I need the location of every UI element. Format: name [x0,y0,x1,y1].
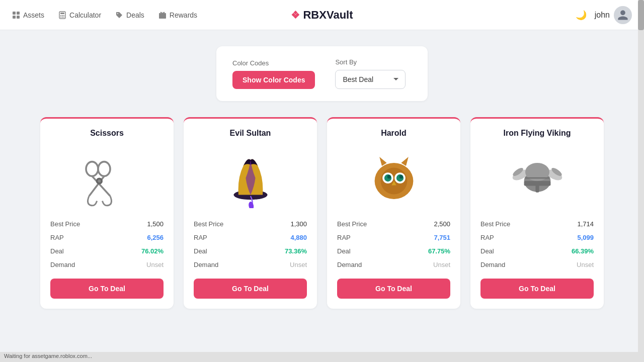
card-evil-sultan: Evil Sultan [184,117,317,309]
nav-assets-label: Assets [23,11,44,19]
scissors-deal-label: Deal [50,247,64,255]
harold-go-to-deal-button[interactable]: Go To Deal [337,279,450,299]
svg-point-28 [399,175,403,178]
svg-point-20 [248,201,254,208]
evil-sultan-demand-label: Demand [194,261,218,268]
card-harold-title: Harold [337,129,450,138]
scrollbar-track[interactable] [638,0,644,362]
svg-rect-34 [535,184,539,193]
nav-calculator-label: Calculator [69,11,101,19]
iron-flying-viking-go-to-deal-button[interactable]: Go To Deal [480,279,594,299]
evil-sultan-deal-row: Deal 73.36% [194,247,307,255]
scissors-rap-label: RAP [50,234,64,241]
evil-sultan-svg [220,148,281,208]
scissors-rap-row: RAP 6,256 [50,234,164,241]
svg-point-18 [97,178,102,184]
evil-sultan-demand-value: Unset [290,261,307,268]
nav-right: 🌙 john [576,6,632,24]
iron-flying-viking-demand-label: Demand [480,261,505,268]
tag-icon [115,11,123,19]
nav-assets[interactable]: Assets [12,11,44,19]
scissors-go-to-deal-button[interactable]: Go To Deal [50,279,164,299]
svg-point-27 [387,175,390,178]
harold-rap-row: RAP 7,751 [337,234,450,241]
card-scissors-title: Scissors [50,129,164,138]
svg-point-16 [98,162,110,176]
card-scissors: Scissors [40,117,174,309]
evil-sultan-go-to-deal-button[interactable]: Go To Deal [194,279,307,299]
evil-sultan-demand-row: Demand Unset [194,261,307,268]
nav-deals-label: Deals [126,11,144,19]
iron-flying-viking-best-price-label: Best Price [480,220,510,228]
harold-best-price-row: Best Price 2,500 [337,220,450,228]
card-scissors-stats: Best Price 1,500 RAP 6,256 Deal 76.02% D… [50,220,164,268]
svg-rect-10 [62,17,63,18]
card-evil-sultan-image [220,148,281,208]
svg-rect-13 [159,13,166,15]
harold-demand-label: Demand [337,261,362,268]
nav-rewards[interactable]: Rewards [158,11,197,19]
scrollbar-thumb[interactable] [638,0,644,30]
color-codes-group: Color Codes Show Color Codes [232,59,315,89]
harold-deal-value: 67.75% [428,247,450,255]
card-scissors-inner: Scissors [40,119,174,309]
iron-flying-viking-rap-value: 5,099 [577,234,594,241]
iron-flying-viking-best-price-value: 1,714 [577,220,594,228]
grid-icon [12,11,20,19]
avatar [614,6,632,24]
svg-rect-2 [13,16,16,19]
evil-sultan-deal-label: Deal [194,247,207,255]
nav-calculator[interactable]: Calculator [58,11,101,19]
harold-deal-row: Deal 67.75% [337,247,450,255]
svg-rect-5 [60,13,64,14]
theme-toggle[interactable]: 🌙 [576,10,587,21]
card-harold-inner: Harold [327,119,460,309]
card-harold-stats: Best Price 2,500 RAP 7,751 Deal 67.75% D… [337,220,450,268]
card-iron-flying-viking-stats: Best Price 1,714 RAP 5,099 Deal 66.39% D… [480,220,594,268]
sort-by-group: Sort By Best Deal Price RAP Deal % [335,58,406,89]
svg-point-14 [86,162,98,176]
harold-rap-label: RAP [337,234,351,241]
svg-marker-30 [379,157,386,166]
card-harold-image [364,148,424,208]
harold-demand-value: Unset [433,261,450,268]
evil-sultan-rap-row: RAP 4,880 [194,234,307,241]
iron-flying-viking-deal-value: 66.39% [572,247,594,255]
svg-rect-8 [63,15,64,16]
card-harold: Harold [327,117,460,309]
evil-sultan-rap-label: RAP [194,234,207,241]
iron-flying-viking-deal-label: Deal [480,247,494,255]
nav-deals[interactable]: Deals [115,11,144,19]
svg-rect-9 [60,17,61,18]
evil-sultan-deal-value: 73.36% [285,247,307,255]
main-content: Color Codes Show Color Codes Sort By Bes… [0,30,644,325]
scissors-demand-value: Unset [146,261,164,268]
card-evil-sultan-stats: Best Price 1,300 RAP 4,880 Deal 73.36% D… [194,220,307,268]
username: john [595,11,610,20]
scissors-deal-value: 76.02% [141,247,164,255]
status-text: Waiting for assetgame.roblox.com... [4,353,92,359]
filter-card: Color Codes Show Color Codes Sort By Bes… [216,46,428,101]
show-color-codes-button[interactable]: Show Color Codes [232,71,315,89]
scissors-svg [77,148,137,208]
iron-flying-viking-rap-row: RAP 5,099 [480,234,594,241]
logo: ❖ RBXVault [291,9,353,22]
iron-flying-viking-svg [507,148,568,208]
harold-svg [364,148,424,208]
nav-links: Assets Calculator Deals [12,11,197,19]
iron-flying-viking-deal-row: Deal 66.39% [480,247,594,255]
iron-flying-viking-demand-row: Demand Unset [480,261,594,268]
scissors-demand-label: Demand [50,261,75,268]
cards-grid: Scissors [40,117,604,309]
scissors-deal-row: Deal 76.02% [50,247,164,255]
sort-select[interactable]: Best Deal Price RAP Deal % [335,70,406,89]
svg-rect-12 [159,14,166,19]
evil-sultan-best-price-row: Best Price 1,300 [194,220,307,228]
card-iron-flying-viking-inner: Iron Flying Viking [470,119,604,309]
svg-rect-0 [13,12,16,15]
scissors-best-price-row: Best Price 1,500 [50,220,164,228]
harold-best-price-value: 2,500 [434,220,450,228]
user-area[interactable]: john [595,6,632,24]
harold-best-price-label: Best Price [337,220,367,228]
scissors-best-price-label: Best Price [50,220,80,228]
